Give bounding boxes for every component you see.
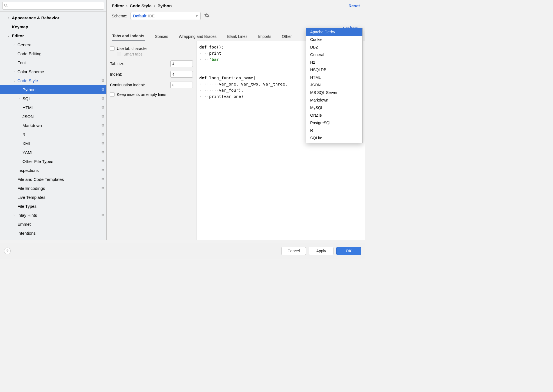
popup-item-db2[interactable]: DB2: [306, 43, 362, 51]
indent-input[interactable]: [170, 71, 193, 78]
sidebar-item-label: R: [22, 132, 100, 137]
sidebar-item-code-style[interactable]: ⌄Code Style⧉: [0, 76, 106, 85]
tab-blank-lines[interactable]: Blank Lines: [227, 33, 248, 41]
popup-item-markdown[interactable]: Markdown: [306, 96, 362, 104]
sidebar-item-python[interactable]: ›Python⧉: [0, 85, 106, 94]
sidebar-item-markdown[interactable]: ›Markdown⧉: [0, 121, 106, 130]
sidebar-item-live-templates[interactable]: ›Live Templates: [0, 193, 106, 202]
popup-item-general[interactable]: General: [306, 51, 362, 59]
sidebar-item-html[interactable]: ›HTML⧉: [0, 103, 106, 112]
sidebar-item-label: Markdown: [22, 123, 100, 128]
sidebar-item-xml[interactable]: ›XML⧉: [0, 139, 106, 148]
sidebar-item-reader-mode[interactable]: ›Reader Mode⧉: [0, 237, 106, 240]
tree-caret-icon: ›: [12, 213, 16, 217]
scope-icon: ⧉: [102, 213, 104, 217]
set-from-popup[interactable]: Apache DerbyCookieDB2GeneralH2HSQLDBHTML…: [306, 28, 363, 143]
sidebar-item-general[interactable]: ›General: [0, 40, 106, 49]
scope-icon: ⧉: [102, 105, 104, 110]
gear-icon[interactable]: [204, 13, 211, 19]
svg-line-1: [7, 6, 8, 7]
sidebar-item-yaml[interactable]: ›YAML⧉: [0, 148, 106, 157]
sidebar-item-r[interactable]: ›R⧉: [0, 130, 106, 139]
scheme-row: Scheme: Default IDE ▼: [107, 10, 365, 24]
sidebar-item-label: Code Editing: [17, 51, 104, 56]
tree-caret-icon: ⌄: [12, 79, 16, 82]
scheme-value: Default: [133, 14, 146, 18]
tree-caret-icon: ⌄: [7, 34, 10, 38]
sidebar-item-sql[interactable]: ›SQL⧉: [0, 94, 106, 103]
popup-item-sqlite[interactable]: SQLite: [306, 134, 362, 142]
tree-caret-icon: ›: [7, 16, 10, 19]
tree-caret-icon: ›: [12, 43, 16, 46]
apply-button[interactable]: Apply: [309, 247, 333, 255]
sidebar-item-inspections[interactable]: ›Inspections⧉: [0, 166, 106, 175]
popup-item-hsqldb[interactable]: HSQLDB: [306, 66, 362, 74]
sidebar-item-file-and-code-templates[interactable]: ›File and Code Templates⧉: [0, 175, 106, 184]
tab-tabs-and-indents[interactable]: Tabs and Indents: [112, 32, 145, 41]
search-input[interactable]: [2, 2, 104, 10]
sidebar-item-code-editing[interactable]: ›Code Editing: [0, 49, 106, 58]
popup-item-json[interactable]: JSON: [306, 81, 362, 89]
use-tab-checkbox[interactable]: Use tab character: [110, 46, 193, 51]
popup-item-sybase[interactable]: Sybase: [306, 142, 362, 143]
popup-item-r[interactable]: R: [306, 127, 362, 134]
crumb-0[interactable]: Editor: [112, 3, 124, 8]
sidebar-item-label: File Encodings: [17, 186, 100, 191]
cont-indent-row: Continuation indent:: [110, 82, 193, 88]
sidebar-item-label: SQL: [22, 96, 100, 101]
sidebar-item-editor[interactable]: ⌄Editor: [0, 31, 106, 40]
popup-item-oracle[interactable]: Oracle: [306, 112, 362, 119]
sidebar-item-inlay-hints[interactable]: ›Inlay Hints⧉: [0, 211, 106, 220]
help-button[interactable]: ?: [4, 248, 11, 254]
popup-item-ms-sql-server[interactable]: MS SQL Server: [306, 89, 362, 96]
keep-indents-checkbox[interactable]: Keep indents on empty lines: [110, 92, 193, 97]
crumb-1[interactable]: Code Style: [130, 3, 152, 8]
sidebar-item-file-types[interactable]: ›File Types: [0, 202, 106, 211]
sidebar-item-label: Live Templates: [17, 195, 104, 200]
popup-item-cookie[interactable]: Cookie: [306, 36, 362, 43]
scheme-select[interactable]: Default IDE ▼: [131, 12, 201, 20]
tab-other[interactable]: Other: [281, 33, 292, 41]
sidebar-item-label: Appearance & Behavior: [12, 15, 104, 20]
reset-link[interactable]: Reset: [348, 3, 360, 8]
cont-indent-input[interactable]: [170, 82, 193, 88]
scope-icon: ⧉: [102, 87, 104, 92]
tab-wrapping-and-braces[interactable]: Wrapping and Braces: [178, 33, 217, 41]
scope-icon: ⧉: [102, 150, 104, 155]
sidebar-item-appearance-behavior[interactable]: ›Appearance & Behavior: [0, 13, 106, 22]
scope-icon: ⧉: [102, 168, 104, 172]
chevron-down-icon: ▼: [195, 15, 198, 18]
tab-size-label: Tab size:: [110, 61, 125, 66]
tab-size-input[interactable]: [170, 60, 193, 67]
sidebar-item-json[interactable]: ›JSON⧉: [0, 112, 106, 121]
sidebar-item-font[interactable]: ›Font: [0, 58, 106, 67]
use-tab-label: Use tab character: [117, 46, 148, 51]
sidebar-item-keymap[interactable]: ›Keymap: [0, 22, 106, 31]
smart-tabs-checkbox: Smart tabs: [117, 52, 193, 56]
settings-tree: ›Appearance & Behavior›Keymap⌄Editor›Gen…: [0, 11, 106, 240]
tab-imports[interactable]: Imports: [258, 33, 272, 41]
sidebar-item-emmet[interactable]: ›Emmet: [0, 220, 106, 229]
sidebar-item-label: Emmet: [17, 222, 104, 227]
sidebar-item-label: File Types: [17, 204, 104, 209]
tab-spaces[interactable]: Spaces: [154, 33, 169, 41]
sidebar-item-label: Keymap: [12, 24, 104, 29]
popup-item-mysql[interactable]: MySQL: [306, 104, 362, 112]
scheme-label: Scheme:: [112, 14, 127, 18]
sidebar-item-other-file-types[interactable]: ›Other File Types⧉: [0, 157, 106, 166]
sidebar-item-color-scheme[interactable]: ›Color Scheme: [0, 67, 106, 76]
popup-item-apache-derby[interactable]: Apache Derby: [306, 28, 362, 36]
ok-button[interactable]: OK: [336, 247, 361, 255]
sidebar-item-label: Inspections: [17, 168, 100, 173]
crumb-2[interactable]: Python: [157, 3, 172, 8]
popup-item-h2[interactable]: H2: [306, 59, 362, 66]
popup-item-html[interactable]: HTML: [306, 74, 362, 81]
scope-icon: ⧉: [102, 240, 104, 240]
sidebar-item-label: Font: [17, 60, 104, 65]
sidebar-item-label: Python: [22, 87, 100, 92]
checkbox-icon: [117, 52, 121, 56]
popup-item-postgresql[interactable]: PostgreSQL: [306, 119, 362, 127]
sidebar-item-intentions[interactable]: ›Intentions: [0, 229, 106, 237]
cancel-button[interactable]: Cancel: [281, 247, 306, 255]
sidebar-item-file-encodings[interactable]: ›File Encodings⧉: [0, 184, 106, 193]
